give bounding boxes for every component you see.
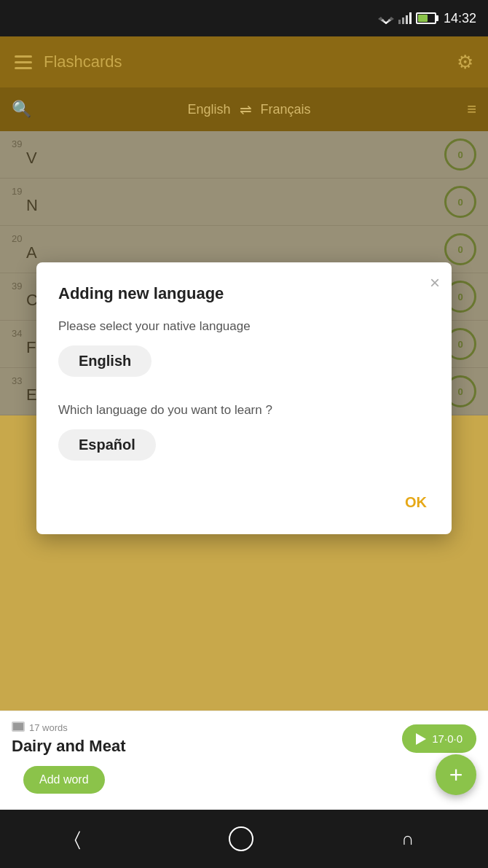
source-language: English [188,102,231,117]
learn-language-section: Which language do you want to learn ? Es… [58,402,430,481]
swap-languages-icon: ⇌ [240,101,252,118]
svg-rect-5 [402,17,404,24]
battery-icon [416,12,436,24]
modal-actions: OK [58,488,430,517]
ok-button[interactable]: OK [402,488,430,517]
status-bar: 14:32 [0,0,488,36]
fab-add-button[interactable]: + [436,754,476,795]
wifi-icon [378,12,394,24]
search-button[interactable]: 🔍 [12,100,31,119]
language-selector[interactable]: English ⇌ Français [40,101,458,118]
header-left: Flashcards [15,52,122,71]
signal-icon [398,12,412,24]
native-language-label: Please select your native language [58,318,430,335]
svg-rect-7 [409,12,412,24]
play-badge[interactable]: 17·0·0 [402,724,476,753]
svg-rect-9 [13,723,23,730]
app-title: Flashcards [44,52,122,71]
bottom-navigation: 〈 ∩ [0,810,488,868]
play-icon [416,733,426,745]
settings-button[interactable]: ⚙ [457,51,473,74]
bottom-actions: Add word [0,766,488,810]
svg-rect-6 [406,15,408,24]
back-nav-button[interactable]: 〈 [74,828,81,851]
word-count-icon [12,722,25,734]
filter-button[interactable]: ≡ [467,100,476,119]
bottom-card: 17 words Dairy and Meat 17·0·0 Add word [0,711,488,810]
modal-title: Adding new language [58,284,430,303]
modal-close-button[interactable]: × [430,274,440,292]
add-word-button[interactable]: Add word [23,766,105,794]
deck-row: 17 words Dairy and Meat 17·0·0 [0,711,488,766]
app-header: Flashcards ⚙ [0,36,488,87]
add-language-modal: × Adding new language Please select your… [36,262,452,534]
deck-title: Dairy and Meat [12,737,402,756]
play-score: 17·0·0 [432,732,463,745]
home-nav-button[interactable] [229,826,253,851]
status-icons: 14:32 [378,11,476,26]
menu-button[interactable] [15,55,32,69]
deck-info: 17 words Dairy and Meat [12,722,402,756]
learn-language-selector[interactable]: Español [58,429,156,461]
target-language: Français [261,102,311,117]
learn-language-label: Which language do you want to learn ? [58,402,430,419]
svg-point-3 [385,22,387,24]
status-time: 14:32 [444,11,476,26]
recent-nav-button[interactable]: ∩ [401,829,414,849]
svg-rect-4 [398,20,401,24]
deck-meta: 17 words [12,722,402,734]
word-count: 17 words [29,722,68,733]
native-language-selector[interactable]: English [58,345,151,377]
plus-icon: + [449,762,463,789]
background-content: 39 V 0 19 N 0 20 A 0 39 C 0 34 F 0 33 E … [0,131,488,415]
language-bar: 🔍 English ⇌ Français ≡ [0,87,488,131]
